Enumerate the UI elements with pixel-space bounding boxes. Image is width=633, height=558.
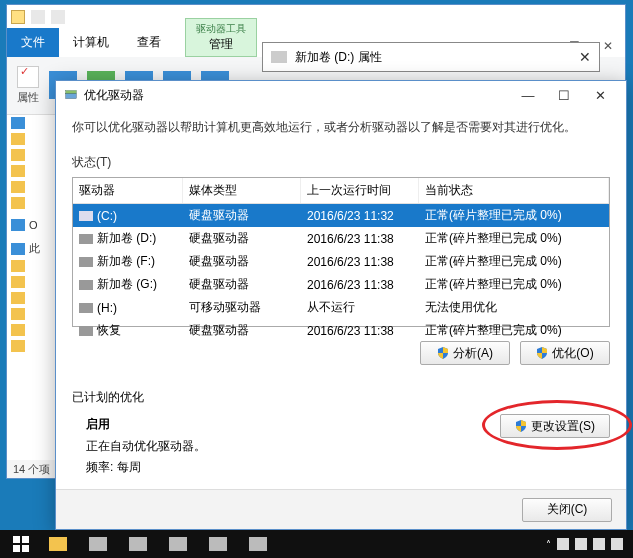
tray-icon[interactable] (593, 538, 605, 550)
optimize-button[interactable]: 优化(O) (520, 341, 610, 365)
tray-icon[interactable] (557, 538, 569, 550)
drive-icon (79, 326, 93, 336)
folder-icon (11, 133, 25, 145)
opt-window-controls: — ☐ ✕ (510, 88, 618, 103)
explorer-sys-icon (11, 10, 25, 24)
taskbar-item[interactable] (78, 530, 118, 558)
folder-icon (11, 197, 25, 209)
sched-desc: 正在自动优化驱动器。 (86, 439, 206, 453)
opt-body: 你可以优化驱动器以帮助计算机更高效地运行，或者分析驱动器以了解是否需要对其进行优… (56, 109, 626, 489)
drive-row[interactable]: (H:)可移动驱动器从不运行无法使用优化 (73, 296, 609, 319)
folder-icon (11, 276, 25, 288)
tray-icon[interactable] (611, 538, 623, 550)
folder-icon (11, 165, 25, 177)
ribbon-tab-file[interactable]: 文件 (7, 28, 59, 57)
scheduled-section: 已计划的优化 启用 正在自动优化驱动器。 频率: 每周 更改设置(S) (72, 389, 610, 479)
app-icon (169, 537, 187, 551)
explorer-titlebar (7, 5, 625, 29)
taskbar-item[interactable] (118, 530, 158, 558)
drive-row[interactable]: 新加卷 (G:)硬盘驱动器2016/6/23 11:38正常(碎片整理已完成 0… (73, 273, 609, 296)
ribbon-contextual-tab[interactable]: 驱动器工具 管理 (185, 18, 257, 57)
folder-icon (11, 260, 25, 272)
ribbon-item-properties[interactable]: ✓ 属性 (17, 66, 39, 105)
sched-freq: 频率: 每周 (86, 460, 141, 474)
drive-row[interactable]: (C:)硬盘驱动器2016/6/23 11:32正常(碎片整理已完成 0%) (73, 204, 609, 227)
quick-access-icon (11, 117, 25, 129)
optimize-drives-dialog: 优化驱动器 — ☐ ✕ 你可以优化驱动器以帮助计算机更高效地运行，或者分析驱动器… (55, 80, 627, 530)
qat-icon (31, 10, 45, 24)
shield-icon (515, 420, 527, 432)
shield-icon (437, 347, 449, 359)
svg-rect-2 (13, 536, 20, 543)
app-icon (129, 537, 147, 551)
sched-enabled: 启用 (86, 417, 110, 431)
contextual-title: 驱动器工具 (196, 22, 246, 36)
tray-icon[interactable] (575, 538, 587, 550)
drive-row[interactable]: 新加卷 (F:)硬盘驱动器2016/6/23 11:38正常(碎片整理已完成 0… (73, 250, 609, 273)
svg-rect-1 (66, 91, 77, 94)
col-status[interactable]: 当前状态 (419, 178, 609, 203)
close-dialog-button[interactable]: 关闭(C) (522, 498, 612, 522)
ribbon-tab-view[interactable]: 查看 (123, 28, 175, 57)
taskbar-item[interactable] (198, 530, 238, 558)
contextual-sub: 管理 (196, 36, 246, 53)
drive-icon (79, 280, 93, 290)
taskbar-item[interactable] (158, 530, 198, 558)
drive-list[interactable]: 驱动器 媒体类型 上一次运行时间 当前状态 (C:)硬盘驱动器2016/6/23… (72, 177, 610, 327)
drive-row[interactable]: 新加卷 (D:)硬盘驱动器2016/6/23 11:38正常(碎片整理已完成 0… (73, 227, 609, 250)
col-last[interactable]: 上一次运行时间 (301, 178, 419, 203)
onedrive-icon (11, 219, 25, 231)
scheduled-text: 启用 正在自动优化驱动器。 频率: 每周 (72, 414, 500, 479)
optimize-icon (64, 88, 78, 102)
minimize-button[interactable]: — (510, 88, 546, 103)
shield-icon (536, 347, 548, 359)
change-settings-button[interactable]: 更改设置(S) (500, 414, 610, 438)
qat-icon (51, 10, 65, 24)
svg-rect-0 (66, 93, 77, 98)
opt-titlebar: 优化驱动器 — ☐ ✕ (56, 81, 626, 109)
opt-footer: 关闭(C) (56, 489, 626, 529)
svg-rect-3 (22, 536, 29, 543)
explorer-sidebar: O 此 (7, 115, 55, 458)
drive-icon (271, 51, 287, 63)
col-drive[interactable]: 驱动器 (73, 178, 183, 203)
drive-icon (79, 211, 93, 221)
taskbar-item[interactable] (238, 530, 278, 558)
svg-rect-4 (13, 545, 20, 552)
app-icon (89, 537, 107, 551)
maximize-button[interactable]: ☐ (546, 88, 582, 103)
drive-icon (79, 234, 93, 244)
analyze-button[interactable]: 分析(A) (420, 341, 510, 365)
folder-icon (11, 181, 25, 193)
taskbar-item-explorer[interactable] (38, 530, 78, 558)
folder-icon (11, 149, 25, 161)
thispc-icon (11, 243, 25, 255)
properties-window: 新加卷 (D:) 属性 ✕ (262, 42, 600, 72)
folder-icon (11, 340, 25, 352)
start-button[interactable] (4, 530, 38, 558)
folder-icon (11, 324, 25, 336)
drive-icon (79, 257, 93, 267)
scheduled-label: 已计划的优化 (72, 389, 610, 406)
app-icon (249, 537, 267, 551)
chevron-up-icon[interactable]: ˄ (546, 539, 551, 550)
action-buttons: 分析(A) 优化(O) (72, 341, 610, 365)
folder-icon (11, 308, 25, 320)
drive-list-header: 驱动器 媒体类型 上一次运行时间 当前状态 (73, 178, 609, 204)
folder-icon (49, 537, 67, 551)
svg-rect-5 (22, 545, 29, 552)
col-media[interactable]: 媒体类型 (183, 178, 301, 203)
taskbar: ˄ (0, 530, 633, 558)
status-label: 状态(T) (72, 154, 610, 171)
system-tray[interactable]: ˄ (546, 538, 629, 550)
checkmark-icon: ✓ (17, 66, 39, 88)
drive-icon (79, 303, 93, 313)
close-button[interactable]: ✕ (582, 88, 618, 103)
properties-title: 新加卷 (D:) 属性 (295, 49, 382, 66)
ribbon-tab-computer[interactable]: 计算机 (59, 28, 123, 57)
opt-title: 优化驱动器 (84, 87, 144, 104)
folder-icon (11, 292, 25, 304)
close-icon[interactable]: ✕ (579, 49, 591, 65)
app-icon (209, 537, 227, 551)
drive-row[interactable]: 恢复硬盘驱动器2016/6/23 11:38正常(碎片整理已完成 0%) (73, 319, 609, 342)
